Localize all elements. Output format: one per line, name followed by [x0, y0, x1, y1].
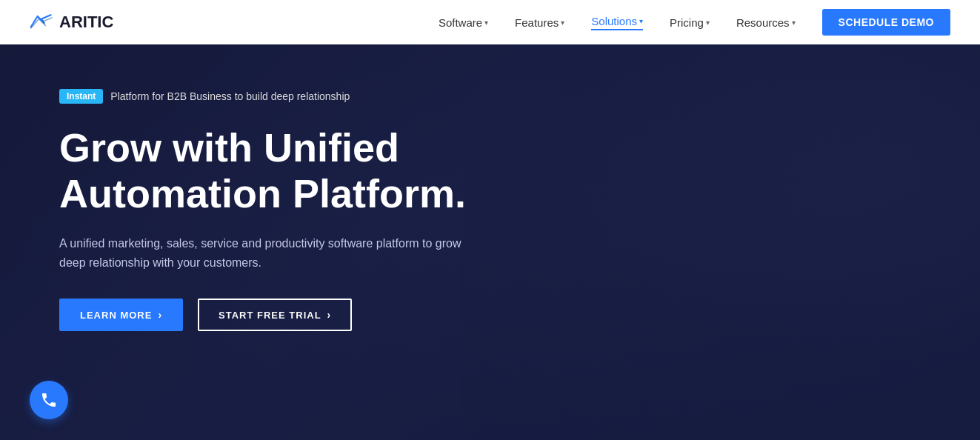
phone-fab-button[interactable]	[30, 381, 68, 419]
chevron-down-icon: ▾	[561, 19, 564, 27]
hero-title: Grow with Unified Automation Platform.	[59, 124, 467, 216]
learn-more-button[interactable]: LEARN MORE ›	[59, 299, 183, 331]
nav-pricing[interactable]: Pricing ▾	[670, 16, 710, 29]
nav-features[interactable]: Features ▾	[515, 16, 564, 29]
schedule-demo-button[interactable]: SCHEDULE DEMO	[822, 9, 950, 36]
instant-badge: Instant	[59, 89, 103, 104]
arrow-icon: ›	[327, 309, 332, 321]
hero-subtitle: A unified marketing, sales, service and …	[59, 234, 489, 272]
chevron-down-icon: ▾	[792, 19, 796, 27]
start-free-trial-button[interactable]: START FREE TRIAL ›	[198, 299, 352, 331]
phone-icon	[40, 391, 58, 409]
nav-software[interactable]: Software ▾	[439, 16, 488, 29]
hero-section: Instant Platform for B2B Business to bui…	[0, 44, 980, 440]
nav-resources[interactable]: Resources ▾	[736, 16, 796, 29]
hero-badge-row: Instant Platform for B2B Business to bui…	[59, 89, 489, 104]
chevron-down-icon: ▾	[639, 17, 643, 25]
logo-text: ARITIC	[59, 13, 113, 32]
hero-buttons: LEARN MORE › START FREE TRIAL ›	[59, 299, 489, 331]
chevron-down-icon: ▾	[484, 19, 488, 27]
nav-solutions[interactable]: Solutions ▾	[591, 15, 643, 30]
chevron-down-icon: ▾	[706, 19, 710, 27]
arrow-icon: ›	[158, 309, 162, 321]
main-nav: Software ▾ Features ▾ Solutions ▾ Pricin…	[439, 9, 950, 36]
hero-content: Instant Platform for B2B Business to bui…	[59, 89, 489, 331]
logo-icon	[30, 13, 53, 31]
hero-badge-text: Platform for B2B Business to build deep …	[110, 90, 350, 102]
header: ARITIC Software ▾ Features ▾ Solutions ▾…	[0, 0, 980, 44]
logo[interactable]: ARITIC	[30, 13, 113, 32]
